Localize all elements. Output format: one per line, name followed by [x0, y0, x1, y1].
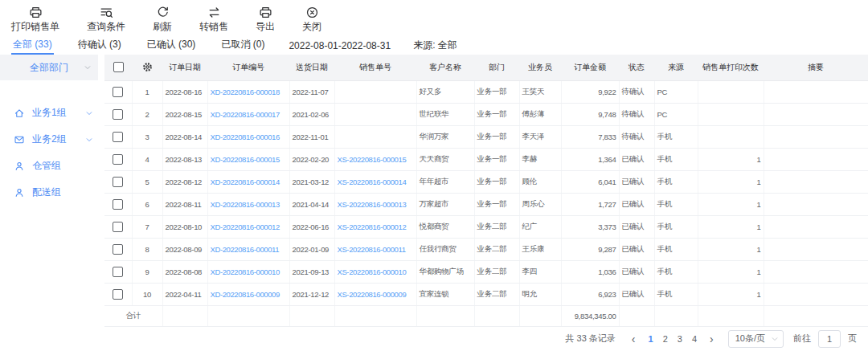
row-checkbox-cell	[104, 260, 132, 283]
query-conditions-button[interactable]: 查询条件	[87, 6, 125, 31]
sales-order-no-link[interactable]: XS-20220816-000011	[338, 245, 406, 254]
sidebar-item-business-group-2[interactable]: 业务2组	[0, 126, 104, 153]
salesperson-cell: 李赫	[519, 148, 561, 170]
column-header-print-count: 销售单打印次数	[698, 55, 764, 80]
order-no-link[interactable]: XD-20220816-000010	[211, 267, 280, 276]
order-no-link[interactable]: XD-20220816-000009	[211, 290, 280, 299]
row-number-cell: 10	[132, 283, 162, 305]
column-settings-header-cell	[132, 55, 162, 80]
row-checkbox[interactable]	[113, 289, 123, 300]
order-no-link[interactable]: XD-20220816-000014	[211, 178, 280, 186]
row-checkbox-cell	[104, 170, 132, 193]
source-cell: 手机	[654, 215, 698, 238]
sales-order-no-link-cell: XS-20220816-000013	[334, 193, 416, 215]
row-checkbox[interactable]	[113, 267, 123, 277]
customer-name-cell: 年年超市	[416, 170, 474, 193]
date-range-filter[interactable]: 2022-08-01-2022-08-31	[289, 40, 391, 51]
order-amount-cell: 9,287	[561, 238, 619, 260]
sales-order-no-link[interactable]: XS-20220816-000013	[338, 200, 407, 209]
prev-page-button[interactable]: ‹	[627, 333, 641, 345]
summary-cell	[764, 260, 868, 283]
page-number-4[interactable]: 4	[692, 334, 697, 344]
export-button[interactable]: 导出	[256, 6, 275, 31]
row-checkbox[interactable]	[113, 199, 123, 210]
order-no-link-cell: XD-20220816-000012	[207, 215, 289, 238]
row-checkbox[interactable]	[113, 244, 123, 255]
delivery-date-cell: 2022-01-09	[289, 238, 334, 260]
select-all-header-cell	[104, 55, 132, 80]
source-cell: 手机	[654, 260, 698, 283]
order-date-cell: 2022-04-11	[162, 283, 207, 305]
tab-confirmed[interactable]: 已确认 (30)	[145, 36, 198, 55]
sidebar-item-delivery-group[interactable]: 配送组	[0, 179, 104, 206]
print-sales-order-button[interactable]: 打印销售单	[11, 6, 59, 31]
row-checkbox[interactable]	[113, 222, 123, 232]
page-number-3[interactable]: 3	[678, 334, 682, 344]
total-department-cell	[474, 305, 519, 326]
tab-pending-confirmation[interactable]: 待确认 (3)	[76, 36, 123, 55]
goto-unit: 页	[848, 333, 857, 345]
order-no-link-cell: XD-20220816-000018	[207, 80, 289, 103]
select-all-checkbox[interactable]	[113, 62, 124, 72]
sales-order-no-link[interactable]: XS-20220816-000014	[338, 178, 407, 186]
order-amount-cell: 1,364	[561, 148, 619, 170]
tab-all[interactable]: 全部 (33)	[11, 36, 54, 55]
customer-name-cell: 华都购物广场	[416, 260, 474, 283]
transfer-icon	[207, 6, 221, 19]
total-order-date-cell	[162, 305, 207, 326]
row-checkbox[interactable]	[113, 109, 123, 120]
department-select[interactable]: 全部部门	[0, 55, 98, 80]
total-summary-cell	[764, 305, 868, 326]
transfer-to-sales-button[interactable]: 转销售	[199, 6, 228, 31]
sales-order-no-link[interactable]: XS-20220816-000010	[338, 267, 407, 276]
delivery-date-cell: 2022-02-20	[289, 148, 334, 170]
sales-order-no-link[interactable]: XS-20220816-000015	[338, 155, 407, 164]
sales-order-no-link[interactable]: XS-20220816-000009	[338, 290, 407, 299]
row-checkbox[interactable]	[113, 87, 123, 97]
row-checkbox[interactable]	[113, 132, 123, 142]
page-number-1[interactable]: 1	[649, 334, 653, 344]
tab-cancelled[interactable]: 已取消 (0)	[219, 36, 266, 55]
salesperson-cell: 周乐心	[519, 193, 561, 215]
page-number-2[interactable]: 2	[663, 334, 668, 344]
salesperson-cell: 傅彭薄	[519, 103, 561, 125]
sidebar-item-warehouse-group[interactable]: 仓管组	[0, 153, 104, 179]
order-amount-cell: 6,923	[561, 283, 619, 305]
column-settings-button[interactable]	[141, 61, 154, 73]
source-cell: 手机	[654, 238, 698, 260]
row-checkbox[interactable]	[113, 154, 123, 165]
home-icon	[14, 108, 25, 119]
delivery-date-cell: 2021-12-12	[289, 283, 334, 305]
row-checkbox-cell	[104, 215, 132, 238]
total-salesperson-cell	[519, 305, 561, 326]
order-no-link[interactable]: XD-20220816-000017	[211, 110, 280, 119]
row-checkbox-cell	[104, 283, 132, 305]
sales-order-no-link[interactable]: XS-20220816-000012	[338, 222, 407, 231]
chevron-down-icon	[85, 109, 93, 117]
sidebar-item-business-group-1[interactable]: 业务1组	[0, 100, 104, 126]
order-no-link[interactable]: XD-20220816-000015	[211, 155, 280, 164]
close-button[interactable]: 关闭	[302, 6, 321, 31]
column-header-delivery-date: 送货日期	[289, 55, 334, 80]
summary-cell	[764, 193, 868, 215]
department-list: 业务1组业务2组仓管组配送组	[0, 100, 104, 206]
goto-page-input[interactable]	[818, 330, 841, 348]
orders-table: 订单日期订单编号送货日期销售单号客户名称部门业务员订单金额状态来源销售单打印次数…	[104, 55, 868, 327]
next-page-button[interactable]: ›	[705, 333, 719, 345]
order-no-link[interactable]: XD-20220816-000013	[211, 200, 280, 209]
refresh-button[interactable]: 刷新	[153, 6, 172, 31]
sales-order-no-link-cell	[334, 103, 416, 125]
page-size-select[interactable]: 10条/页	[728, 330, 784, 348]
order-no-link[interactable]: XD-20220816-000018	[211, 88, 280, 96]
order-no-link[interactable]: XD-20220816-000012	[211, 222, 280, 231]
order-no-link[interactable]: XD-20220816-000011	[211, 245, 280, 254]
row-checkbox[interactable]	[113, 177, 123, 187]
total-label: 合计	[104, 305, 162, 326]
print-count-cell: 1	[698, 238, 764, 260]
source-filter[interactable]: 来源: 全部	[413, 39, 457, 52]
order-no-link[interactable]: XD-20220816-000016	[211, 133, 280, 141]
toolbar-button-label: 关闭	[302, 22, 321, 31]
status-cell: 已确认	[619, 193, 654, 215]
toolbar-button-label: 转销售	[199, 22, 228, 31]
row-number-cell: 8	[132, 238, 162, 260]
